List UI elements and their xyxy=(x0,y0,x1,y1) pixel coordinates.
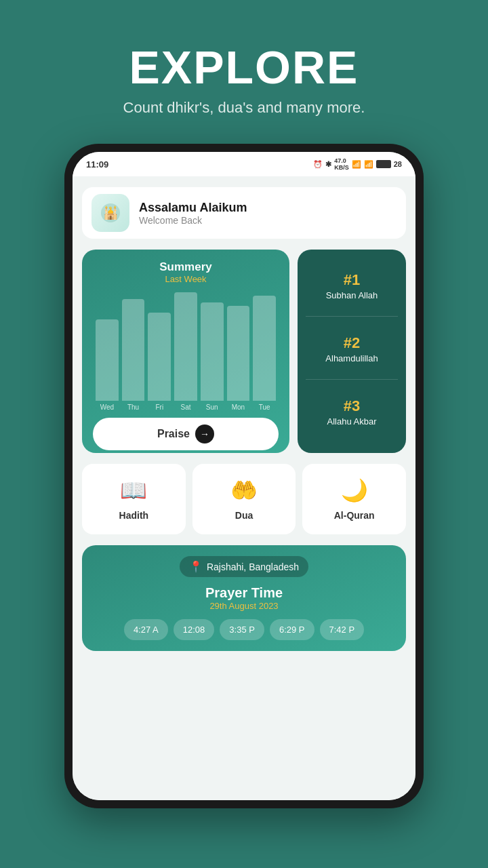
header-section: EXPLORE Count dhikr's, dua's and many mo… xyxy=(123,0,365,130)
summary-title: Summery xyxy=(93,260,279,274)
bar-chart: WedThuFriSatSunMonTue xyxy=(93,292,279,411)
bar-label: Sat xyxy=(181,403,191,411)
location-pill: 📍 Rajshahi, Bangladesh xyxy=(180,556,308,577)
bar xyxy=(227,306,250,401)
greeting-subtitle: Welcome Back xyxy=(139,215,247,226)
signal-icon: 📶 xyxy=(364,160,373,169)
bar-label: Sun xyxy=(206,403,218,411)
bar xyxy=(96,319,119,401)
bar-column: Wed xyxy=(96,319,119,411)
quick-icon: 📖 xyxy=(120,477,147,503)
bar-label: Mon xyxy=(232,403,245,411)
bar xyxy=(253,296,276,401)
location-icon: 📍 xyxy=(189,560,203,573)
quick-access-item[interactable]: 🤲Dua xyxy=(192,464,296,534)
bar-label: Fri xyxy=(155,403,163,411)
rank-number: #2 xyxy=(344,334,360,352)
bar-column: Sat xyxy=(174,292,197,411)
praise-button-label: Praise xyxy=(157,428,190,440)
rank-item: #3Allahu Akbar xyxy=(306,387,398,442)
rank-number: #1 xyxy=(344,271,360,289)
greeting-text: Assalamu Alaikum Welcome Back xyxy=(139,201,247,226)
svg-text:🕌: 🕌 xyxy=(103,205,119,220)
ranking-card: #1Subhan Allah#2Alhamdulillah#3Allahu Ak… xyxy=(298,250,406,453)
phone-screen: 11:09 ⏰ ✱ 47.0KB/S 📶 📶 28 🕌 xyxy=(73,152,415,800)
status-bar: 11:09 ⏰ ✱ 47.0KB/S 📶 📶 28 xyxy=(73,152,415,176)
quick-icon: 🌙 xyxy=(341,477,368,503)
bar-label: Tue xyxy=(259,403,270,411)
alarm-icon: ⏰ xyxy=(313,160,323,169)
bar xyxy=(122,299,145,401)
praise-button[interactable]: Praise → xyxy=(93,418,279,450)
quick-label: Hadith xyxy=(119,510,149,521)
bar xyxy=(201,302,224,401)
page-title: EXPLORE xyxy=(123,41,365,94)
data-speed: 47.0KB/S xyxy=(334,157,349,171)
status-icons: ⏰ ✱ 47.0KB/S 📶 📶 28 xyxy=(313,157,402,171)
bar-label: Wed xyxy=(100,403,114,411)
bar-column: Thu xyxy=(122,299,145,411)
prayer-time-pill: 3:35 P xyxy=(220,619,264,640)
location-text: Rajshahi, Bangladesh xyxy=(207,561,299,572)
quick-access-item[interactable]: 📖Hadith xyxy=(82,464,186,534)
summary-period: Last Week xyxy=(93,274,279,284)
bar xyxy=(148,313,171,401)
rank-name: Subhan Allah xyxy=(326,290,378,300)
page-subtitle: Count dhikr's, dua's and many more. xyxy=(123,99,365,117)
rank-item: #1Subhan Allah xyxy=(306,260,398,317)
greeting-title: Assalamu Alaikum xyxy=(139,201,247,215)
summary-card: Summery Last Week WedThuFriSatSunMonTue … xyxy=(82,250,289,453)
prayer-time-pill: 12:08 xyxy=(174,619,215,640)
app-logo: 🕌 xyxy=(92,194,129,232)
arrow-icon: → xyxy=(195,425,214,443)
battery-indicator xyxy=(376,160,391,168)
app-content: 🕌 Assalamu Alaikum Welcome Back Summery … xyxy=(73,176,415,800)
prayer-title: Prayer Time xyxy=(93,585,395,601)
bar-column: Mon xyxy=(227,306,250,411)
bar-label: Thu xyxy=(127,403,139,411)
prayer-times: 4:27 A12:083:35 P6:29 P7:42 P xyxy=(93,619,395,640)
bar xyxy=(174,292,197,401)
rank-name: Alhamdulillah xyxy=(325,353,378,363)
bar-column: Sun xyxy=(201,302,224,411)
bar-column: Fri xyxy=(148,313,171,411)
wifi-icon: 📶 xyxy=(352,160,361,169)
prayer-date: 29th August 2023 xyxy=(93,601,395,611)
status-time: 11:09 xyxy=(86,159,108,170)
quick-access-item[interactable]: 🌙Al-Quran xyxy=(302,464,406,534)
quick-label: Al-Quran xyxy=(334,510,375,521)
prayer-time-pill: 4:27 A xyxy=(124,619,168,640)
rank-number: #3 xyxy=(344,397,360,415)
battery-level: 28 xyxy=(394,160,402,168)
quick-access: 📖Hadith🤲Dua🌙Al-Quran xyxy=(82,464,406,534)
prayer-card: 📍 Rajshahi, Bangladesh Prayer Time 29th … xyxy=(82,545,406,651)
prayer-time-pill: 7:42 P xyxy=(320,619,365,640)
bluetooth-icon: ✱ xyxy=(325,160,331,169)
greeting-row: 🕌 Assalamu Alaikum Welcome Back xyxy=(82,187,406,239)
cards-row: Summery Last Week WedThuFriSatSunMonTue … xyxy=(82,250,406,453)
prayer-time-pill: 6:29 P xyxy=(270,619,314,640)
rank-name: Allahu Akbar xyxy=(327,416,377,427)
bar-column: Tue xyxy=(253,296,276,411)
rank-item: #2Alhamdulillah xyxy=(306,323,398,380)
quick-icon: 🤲 xyxy=(230,477,258,503)
quick-label: Dua xyxy=(235,510,253,521)
phone-mockup: 11:09 ⏰ ✱ 47.0KB/S 📶 📶 28 🕌 xyxy=(64,144,424,808)
